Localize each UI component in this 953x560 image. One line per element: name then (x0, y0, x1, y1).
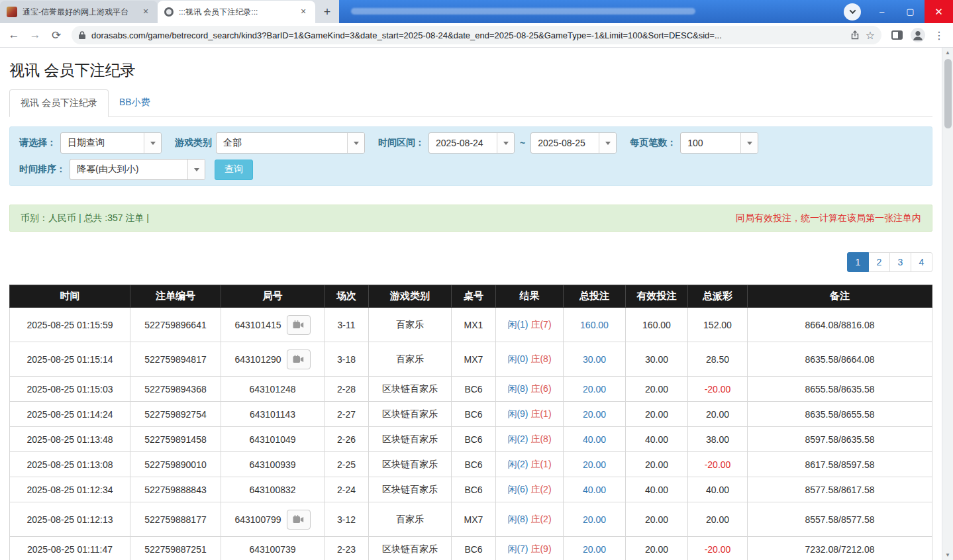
url-text: dorasabs.com/game/betrecord_search/kind3… (91, 30, 844, 40)
total-bet-link[interactable]: 160.00 (580, 320, 609, 330)
cell-game-type: 百家乐 (369, 342, 452, 377)
player-result: 闲(7) (507, 543, 528, 554)
pagination-button[interactable]: 4 (911, 252, 932, 272)
cell-result: 闲(2) 庄(1) (496, 452, 564, 477)
cell-game-type: 区块链百家乐 (369, 377, 452, 402)
replay-button[interactable] (287, 350, 311, 369)
cell-round-id: 643101290 (221, 342, 325, 377)
per-page-select[interactable]: 100 (680, 132, 758, 154)
cell-remark: 8635.58/8655.58 (748, 402, 932, 427)
chevron-down-icon[interactable] (144, 133, 161, 153)
scroll-up-arrow[interactable]: ▲ (942, 48, 953, 58)
total-bet-link[interactable]: 40.00 (583, 434, 606, 445)
bet-table-header-row: 时间注单编号局号场次游戏类别桌号结果总投注有效投注总派彩备注 (10, 285, 932, 308)
column-header: 桌号 (452, 285, 496, 308)
cell-game-type: 区块链百家乐 (369, 537, 452, 560)
search-button[interactable]: 查询 (215, 160, 253, 180)
player-result: 闲(2) (507, 459, 528, 469)
address-bar[interactable]: dorasabs.com/game/betrecord_search/kind3… (72, 26, 881, 44)
player-result: 闲(6) (507, 484, 528, 494)
page-tab[interactable]: BB小费 (109, 89, 161, 117)
side-panel-icon[interactable] (887, 25, 907, 45)
pagination-button[interactable]: 3 (889, 252, 911, 272)
total-bet-link[interactable]: 30.00 (583, 354, 606, 365)
page-title: 视讯 会员下注纪录 (9, 60, 932, 81)
scroll-down-arrow[interactable]: ▼ (942, 550, 953, 560)
sort-label: 时间排序： (19, 163, 66, 175)
tab-title: 通宝-信誉最好的网上游戏平台 (23, 7, 135, 18)
chevron-down-icon[interactable] (740, 133, 758, 153)
cell-table-no: MX1 (452, 308, 496, 342)
game-type-value: 全部 (217, 133, 347, 153)
notice-text: 同局有效投注，统一计算在该局第一张注单内 (736, 212, 921, 224)
tab-close-icon[interactable]: × (140, 7, 151, 17)
cell-session: 2-24 (325, 477, 369, 502)
cell-total-bet: 20.00 (564, 377, 626, 402)
total-bet-link[interactable]: 20.00 (583, 384, 606, 395)
cell-table-no: MX7 (452, 502, 496, 537)
chevron-down-icon[interactable] (187, 160, 205, 179)
chevron-down-icon[interactable] (599, 133, 616, 153)
profile-avatar[interactable] (908, 25, 928, 45)
game-type-select[interactable]: 全部 (216, 132, 365, 154)
date-end-select[interactable]: 2025-08-25 (530, 132, 617, 154)
chevron-down-icon[interactable] (347, 133, 364, 153)
total-bet-link[interactable]: 20.00 (583, 514, 606, 525)
tab-search-button[interactable] (844, 3, 861, 21)
cell-round-id: 643101049 (221, 427, 325, 452)
total-bet-link[interactable]: 20.00 (583, 409, 606, 420)
page-scrollbar[interactable]: ▲ ▼ (942, 48, 953, 560)
cell-round-id: 643100739 (221, 537, 325, 560)
total-bet-link[interactable]: 40.00 (583, 485, 606, 495)
game-type-label: 游戏类别 (175, 137, 212, 149)
refresh-button[interactable]: ⟳ (46, 25, 66, 45)
pagination-button[interactable]: 2 (868, 252, 890, 272)
avatar-icon (910, 27, 926, 43)
banker-result: 庄(7) (530, 319, 551, 330)
cell-valid-bet: 160.00 (626, 308, 688, 342)
chevron-down-icon[interactable] (497, 133, 514, 153)
minimize-button[interactable]: – (868, 0, 896, 23)
tab-close-icon[interactable]: × (298, 7, 309, 17)
query-type-select[interactable]: 日期查询 (60, 132, 162, 154)
share-icon[interactable] (850, 30, 860, 40)
cell-bet-id: 522759890010 (130, 452, 221, 477)
date-start-select[interactable]: 2025-08-24 (428, 132, 515, 154)
player-result: 闲(2) (507, 434, 528, 444)
browser-tab[interactable]: 通宝-信誉最好的网上游戏平台 × (0, 1, 158, 23)
pagination-button[interactable]: 1 (847, 252, 869, 272)
sort-select[interactable]: 降幂(由大到小) (70, 159, 205, 180)
browser-menu-icon[interactable]: ⋮ (929, 25, 949, 45)
cell-total-bet: 20.00 (564, 402, 626, 427)
cell-payout: 20.00 (688, 502, 748, 537)
cell-time: 2025-08-25 01:13:48 (10, 427, 130, 452)
cell-bet-id: 522759891458 (130, 427, 221, 452)
cell-result: 闲(6) 庄(2) (496, 477, 564, 502)
replay-button[interactable] (287, 315, 311, 335)
browser-tab-active[interactable]: :::视讯 会员下注纪录::: × (158, 1, 315, 23)
table-row: 2025-08-25 01:13:08 522759890010 6431009… (10, 452, 932, 477)
page-tab[interactable]: 视讯 会员下注纪录 (9, 89, 109, 117)
maximize-button[interactable]: ▢ (896, 0, 925, 23)
player-result: 闲(8) (507, 383, 528, 394)
scrollbar-thumb[interactable] (944, 59, 952, 128)
cell-remark: 8577.58/8617.58 (748, 477, 932, 502)
cell-session: 2-23 (325, 537, 369, 560)
close-button[interactable]: ✕ (925, 0, 953, 23)
cell-total-bet: 40.00 (564, 427, 626, 452)
table-row: 2025-08-25 01:15:59 522759896641 6431014… (10, 308, 932, 342)
cell-result: 闲(7) 庄(9) (496, 537, 564, 560)
browser-tab-strip: 通宝-信誉最好的网上游戏平台 × :::视讯 会员下注纪录::: × + – ▢… (0, 0, 953, 23)
pagination: 1234 (9, 252, 932, 272)
cell-result: 闲(9) 庄(1) (496, 402, 564, 427)
cell-time: 2025-08-25 01:13:08 (10, 452, 130, 477)
cell-remark: 8655.58/8635.58 (748, 377, 932, 402)
total-bet-link[interactable]: 20.00 (583, 459, 606, 470)
back-button[interactable]: ← (4, 25, 24, 45)
table-row: 2025-08-25 01:11:47 522759887251 6431007… (10, 537, 932, 560)
replay-button[interactable] (287, 510, 311, 530)
bookmark-star-icon[interactable]: ☆ (866, 29, 875, 42)
total-bet-link[interactable]: 20.00 (583, 544, 606, 555)
forward-button[interactable]: → (25, 25, 45, 45)
new-tab-button[interactable]: + (318, 3, 336, 21)
